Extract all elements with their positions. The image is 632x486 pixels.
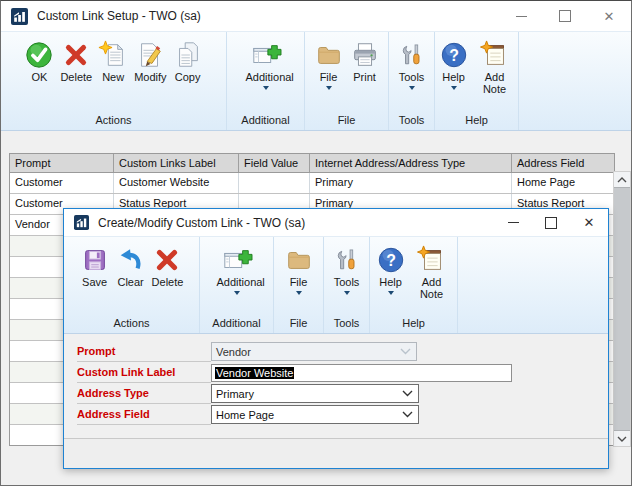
prompt-combo-value: Vendor — [216, 346, 251, 358]
save-button[interactable]: Save — [77, 242, 113, 289]
dialog-maximize-button[interactable] — [532, 209, 570, 236]
address-field-field-label: Address Field — [77, 404, 211, 425]
delete-button[interactable]: Delete — [57, 37, 95, 84]
dynamics-gp-app-icon — [74, 215, 89, 230]
group-label-tools: Tools — [324, 316, 369, 333]
ribbon-empty-area — [519, 32, 631, 130]
close-button[interactable]: ✕ — [587, 1, 631, 31]
delete-icon — [61, 38, 91, 71]
column-header-field-value: Field Value — [239, 154, 310, 172]
address-field-combo-value: Home Page — [216, 409, 274, 421]
additional-button-label: Additional — [246, 71, 286, 83]
tools-button[interactable]: Tools — [330, 242, 364, 296]
clear-button-label: Clear — [117, 276, 143, 288]
table-row[interactable]: Customer Customer Website Primary Home P… — [10, 173, 614, 194]
additional-plus-icon — [221, 243, 253, 276]
group-label-tools: Tools — [389, 113, 434, 130]
dropdown-caret-icon — [409, 86, 415, 90]
close-icon: ✕ — [584, 216, 595, 229]
minimize-icon — [508, 222, 519, 223]
dialog-close-button[interactable]: ✕ — [570, 209, 608, 236]
add-note-icon — [417, 243, 447, 276]
file-button-label: File — [320, 71, 338, 83]
cell-prompt: Customer — [10, 173, 114, 193]
delete-button-label: Delete — [152, 276, 184, 288]
chevron-down-icon — [402, 411, 413, 418]
ribbon-group-actions: OK Delete New Modify Copy — [1, 32, 227, 130]
dialog-form: Prompt Vendor Custom Link Label Vendor W… — [64, 332, 608, 438]
table-vertical-scrollbar[interactable] — [613, 171, 631, 447]
custom-link-label-input[interactable]: Vendor Website — [211, 364, 512, 382]
copy-button[interactable]: Copy — [170, 37, 206, 84]
additional-button-label: Additional — [217, 276, 257, 288]
delete-button[interactable]: Delete — [149, 242, 187, 289]
custom-link-label-field-label: Custom Link Label — [77, 362, 211, 383]
column-header-internet-address: Internet Address/Address Type — [310, 154, 512, 172]
file-button[interactable]: File — [281, 242, 317, 296]
help-button[interactable]: ? Help — [373, 242, 409, 296]
ok-button[interactable]: OK — [21, 37, 57, 84]
scroll-up-button[interactable] — [614, 172, 630, 187]
add-note-icon — [480, 38, 510, 71]
folder-icon — [284, 243, 314, 276]
maximize-button[interactable] — [543, 1, 587, 31]
dynamics-gp-app-icon — [11, 8, 28, 25]
dialog-ribbon: Save Clear Delete Actions — [64, 236, 608, 334]
main-titlebar: Custom Link Setup - TWO (sa) ✕ — [1, 1, 631, 32]
additional-button[interactable]: Additional — [243, 37, 289, 91]
column-header-prompt: Prompt — [10, 154, 114, 172]
print-button-label: Print — [353, 71, 376, 83]
custom-link-setup-window: Custom Link Setup - TWO (sa) ✕ OK Delete — [0, 0, 632, 486]
tools-button[interactable]: Tools — [395, 37, 429, 91]
add-note-button[interactable]: Add Note — [409, 242, 455, 301]
new-button-label: New — [102, 71, 124, 83]
cell-field-value — [239, 173, 310, 193]
group-label-help: Help — [435, 113, 518, 130]
column-header-address-field: Address Field — [512, 154, 614, 172]
scroll-down-button[interactable] — [614, 431, 630, 446]
clear-button[interactable]: Clear — [113, 242, 149, 289]
help-button[interactable]: ? Help — [436, 37, 472, 91]
tools-icon — [398, 38, 426, 71]
ribbon-group-file: File File — [274, 237, 324, 333]
help-icon: ? — [439, 38, 469, 71]
file-button[interactable]: File — [311, 37, 347, 91]
dropdown-caret-icon — [296, 291, 302, 295]
additional-button[interactable]: Additional — [214, 242, 260, 296]
minimize-button[interactable] — [499, 1, 543, 31]
tools-icon — [333, 243, 361, 276]
ribbon-empty-area — [458, 237, 608, 333]
printer-icon — [350, 38, 380, 71]
minimize-icon — [516, 16, 527, 17]
modify-button[interactable]: Modify — [131, 37, 169, 84]
chevron-up-icon — [617, 177, 627, 183]
new-button[interactable]: New — [95, 37, 131, 84]
dialog-minimize-button[interactable] — [494, 209, 532, 236]
prompt-field-label: Prompt — [77, 341, 211, 362]
group-label-additional: Additional — [227, 113, 304, 130]
chevron-down-icon — [400, 348, 411, 355]
additional-plus-icon — [250, 38, 282, 71]
add-note-button[interactable]: Add Note — [472, 37, 518, 96]
group-label-file: File — [305, 113, 388, 130]
ribbon-group-additional: Additional Additional — [227, 32, 305, 130]
maximize-icon — [559, 10, 571, 22]
copy-button-label: Copy — [175, 71, 201, 83]
group-label-actions: Actions — [1, 113, 226, 130]
chevron-down-icon — [402, 390, 413, 397]
file-button-label: File — [290, 276, 308, 288]
modify-pencil-icon — [135, 38, 165, 71]
cell-internet-address: Primary — [310, 173, 512, 193]
ok-button-label: OK — [31, 71, 47, 83]
svg-text:?: ? — [386, 251, 396, 268]
help-button-label: Help — [379, 276, 402, 288]
chevron-down-icon — [617, 436, 627, 442]
address-type-combo[interactable]: Primary — [211, 384, 419, 403]
scrollbar-thumb[interactable] — [614, 187, 630, 431]
address-field-combo[interactable]: Home Page — [211, 405, 419, 424]
group-label-actions: Actions — [64, 316, 199, 333]
create-modify-custom-link-dialog: Create/Modify Custom Link - TWO (sa) ✕ S… — [63, 208, 609, 469]
main-window-title: Custom Link Setup - TWO (sa) — [37, 9, 201, 23]
print-button[interactable]: Print — [347, 37, 383, 84]
save-floppy-icon — [80, 243, 110, 276]
